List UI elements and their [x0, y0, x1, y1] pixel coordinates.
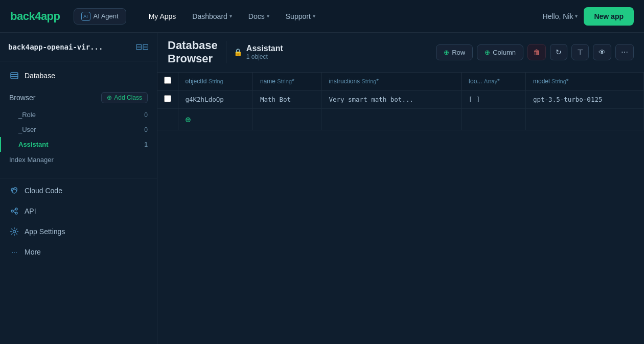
header-objectid: objectId String	[178, 73, 252, 90]
row-label: Row	[452, 49, 465, 56]
class-user-count: 0	[144, 126, 148, 133]
sidebar: back4app-openai-vir... ⊟⊟ Database Brows…	[0, 33, 157, 344]
row-checkbox-cell	[157, 90, 178, 108]
support-chevron-icon: ▾	[313, 13, 315, 19]
sidebar-class-role[interactable]: _Role 0	[0, 107, 157, 122]
app-settings-icon	[9, 226, 19, 237]
view-button[interactable]: 👁	[593, 44, 611, 60]
plus-column-icon: ⊕	[485, 49, 490, 56]
ai-agent-label: AI Agent	[94, 12, 119, 20]
main-layout: back4app-openai-vir... ⊟⊟ Database Brows…	[0, 33, 644, 344]
refresh-button[interactable]: ↻	[550, 44, 567, 60]
db-active-class: 🔒 Assistant 1 object	[226, 41, 290, 63]
sidebar-item-cloud-code[interactable]: Cloud Code	[0, 180, 157, 201]
cell-objectid: g4K2hLdoOp	[178, 90, 252, 108]
cell-name: Math Bot	[252, 90, 321, 108]
svg-point-6	[15, 212, 17, 214]
svg-point-3	[12, 189, 16, 193]
lock-icon: 🔒	[234, 48, 242, 56]
database-label: Database	[25, 72, 55, 80]
db-title-section: Database Browser	[168, 39, 218, 66]
active-class-name: Assistant	[246, 44, 283, 53]
add-row-checkbox-cell	[157, 108, 178, 130]
sidebar-divider-1	[0, 178, 157, 178]
add-class-button[interactable]: ⊕ Add Class	[101, 92, 148, 103]
api-label: API	[25, 207, 36, 215]
content-area: Database Browser 🔒 Assistant 1 object ⊕ …	[157, 33, 644, 344]
nav-docs[interactable]: Docs ▾	[241, 8, 277, 25]
db-header: Database Browser 🔒 Assistant 1 object ⊕ …	[157, 33, 644, 73]
sidebar-item-api[interactable]: API	[0, 201, 157, 221]
header-checkbox-col	[157, 73, 178, 90]
class-assistant-count: 1	[144, 141, 148, 148]
class-user-name: _User	[18, 126, 36, 133]
row-checkbox[interactable]	[164, 95, 171, 102]
nav-right: Hello, Nik ▾ New app	[543, 7, 634, 26]
sidebar-index-manager[interactable]: Index Manager	[0, 152, 157, 168]
db-header-actions: ⊕ Row ⊕ Column 🗑 ↻ ⊤ 👁	[436, 44, 634, 60]
plus-icon: ⊕	[107, 94, 112, 101]
dashboard-chevron-icon: ▾	[229, 13, 232, 19]
database-icon	[9, 71, 19, 81]
column-label: Column	[493, 49, 516, 56]
add-column-button[interactable]: ⊕ Column	[477, 44, 523, 60]
svg-line-7	[13, 210, 15, 211]
ai-agent-button[interactable]: AI AI Agent	[74, 8, 126, 25]
more-options-button[interactable]: ⋯	[615, 44, 634, 60]
class-assistant-name: Assistant	[18, 141, 49, 148]
svg-rect-2	[11, 77, 18, 79]
db-title-line1: Database	[168, 39, 218, 52]
db-header-left: Database Browser 🔒 Assistant 1 object	[168, 39, 290, 66]
support-label: Support	[286, 12, 311, 20]
api-icon	[9, 206, 19, 216]
sidebar-class-assistant[interactable]: Assistant 1	[0, 137, 157, 152]
trash-icon: 🗑	[533, 48, 540, 56]
cloud-code-icon	[9, 186, 19, 196]
sidebar-class-user[interactable]: _User 0	[0, 122, 157, 137]
header-name: name String*	[252, 73, 321, 90]
nav-my-apps[interactable]: My Apps	[142, 8, 183, 25]
cell-tools: [ ]	[461, 90, 525, 108]
plus-row-icon: ⊕	[444, 49, 449, 56]
browser-header[interactable]: Browser ⊕ Add Class	[0, 88, 157, 107]
browser-section: Browser ⊕ Add Class _Role 0 _User 0 Assi…	[0, 86, 157, 172]
add-row-button[interactable]: ⊕ Row	[436, 44, 473, 60]
user-chevron-icon: ▾	[575, 13, 578, 19]
svg-point-5	[15, 208, 17, 210]
db-title-line2: Browser	[168, 52, 213, 65]
nav-links: My Apps Dashboard ▾ Docs ▾ Support ▾	[142, 8, 538, 25]
nav-dashboard[interactable]: Dashboard ▾	[185, 8, 239, 25]
hello-user-text: Hello, Nik	[543, 12, 573, 20]
collapse-sidebar-icon[interactable]: ⊟⊟	[135, 42, 149, 52]
cloud-code-label: Cloud Code	[25, 187, 62, 195]
nav-support[interactable]: Support ▾	[279, 8, 323, 25]
table-row: g4K2hLdoOp Math Bot Very smart math bot.…	[157, 90, 644, 108]
active-class-count: 1 object	[246, 53, 283, 60]
app-settings-label: App Settings	[25, 227, 65, 236]
select-all-checkbox[interactable]	[164, 77, 171, 84]
class-role-name: _Role	[18, 111, 36, 119]
delete-button[interactable]: 🗑	[527, 44, 546, 60]
data-table: objectId String name String* instruction…	[157, 73, 644, 130]
sidebar-item-database[interactable]: Database	[0, 65, 157, 86]
logo[interactable]: back4app	[10, 10, 60, 23]
sidebar-item-app-settings[interactable]: App Settings	[0, 221, 157, 242]
user-menu[interactable]: Hello, Nik ▾	[543, 12, 578, 20]
cell-instructions: Very smart math bot...	[321, 90, 461, 108]
sidebar-database-section: Database Browser ⊕ Add Class _Role 0 _Us…	[0, 61, 157, 176]
svg-point-9	[13, 231, 16, 233]
new-app-button[interactable]: New app	[584, 7, 634, 26]
docs-label: Docs	[248, 12, 265, 20]
filter-button[interactable]: ⊤	[571, 44, 589, 60]
table-header-row: objectId String name String* instruction…	[157, 73, 644, 90]
add-row-cell: ⊕	[178, 108, 252, 130]
eye-icon: 👁	[599, 48, 606, 56]
browser-label: Browser	[9, 94, 35, 102]
refresh-icon: ↻	[556, 48, 562, 56]
sidebar-item-more[interactable]: ··· More	[0, 242, 157, 262]
logo-text: back4app	[10, 10, 60, 22]
add-row-row: ⊕	[157, 108, 644, 130]
top-navigation: back4app AI AI Agent My Apps Dashboard ▾…	[0, 0, 644, 33]
header-model: model String*	[526, 73, 644, 90]
add-row-icon[interactable]: ⊕	[186, 114, 191, 125]
